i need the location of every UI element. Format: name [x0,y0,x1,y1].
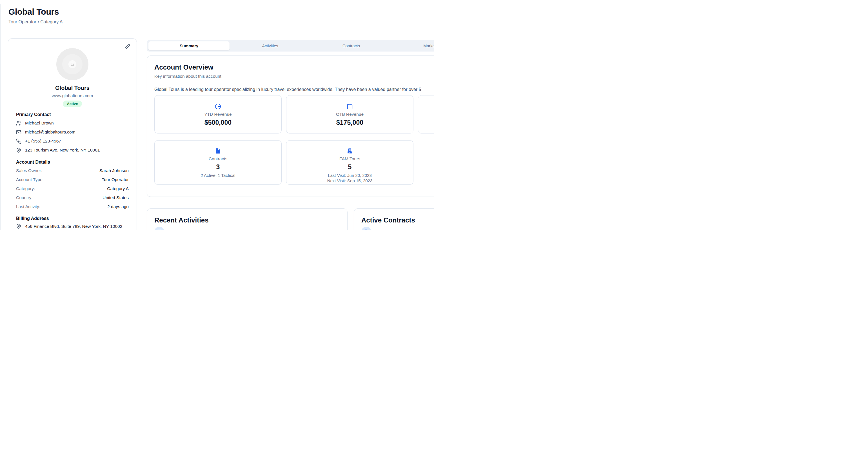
stats-grid: YTD Revenue $500,000 OTB Revenue $175,00… [154,95,434,185]
account-name: Global Tours [16,85,129,91]
mail-icon [154,227,164,230]
status-badge: Active [63,100,82,107]
stat-card-ytd-revenue: YTD Revenue $500,000 [154,95,282,133]
recent-activities-card: Recent Activities Summer Package Proposa… [147,208,347,230]
stat-label: FAM Tours [339,156,360,161]
avatar-placeholder-ring [62,54,83,74]
stat-card-contracts: Contracts 3 2 Active, 1 Tactical [154,140,282,185]
stat-card-partial [418,95,434,133]
file-text-icon [361,227,371,230]
billing-address: 456 Finance Blvd, Suite 789, New York, N… [25,224,122,229]
profile-card: Global Tours www.globaltours.com Active … [8,38,137,230]
stat-label: YTD Revenue [204,112,231,117]
stat-subtext: 2 Active, 1 Tactical [200,173,235,178]
recent-activities-title: Recent Activities [154,216,340,224]
contact-email: michael@globaltours.com [25,129,75,134]
detail-label: Last Activity: [16,204,40,209]
fam-last-visit: Last Visit: Jun 20, 2023 [327,173,373,178]
activity-item[interactable]: Summer Package Proposal [154,227,340,230]
overview-subtitle: Key information about this account [154,74,434,79]
overview-description: Global Tours is a leading tour operator … [154,86,434,93]
stat-label: Contracts [209,156,227,161]
building-icon [347,148,353,154]
billing-address-heading: Billing Address [16,216,129,221]
detail-row-last-activity: Last Activity: 2 days ago [16,204,129,210]
pie-chart-icon [215,103,221,110]
detail-value: Tour Operator [102,177,129,182]
users-icon [16,121,22,126]
stat-card-fam-tours: FAM Tours 5 Last Visit: Jun 20, 2023 Nex… [286,140,413,185]
detail-row-account-type: Account Type: Tour Operator [16,177,129,183]
overview-title: Account Overview [154,63,434,71]
page-left-divider [0,4,1,230]
detail-label: Country: [16,195,33,200]
page-title: Global Tours [8,7,63,17]
active-contracts-title: Active Contracts [361,216,434,224]
account-details-heading: Account Details [16,160,129,165]
bottom-panels: Recent Activities Summer Package Proposa… [147,208,434,230]
tab-bar: Summary Activities Contracts Marketing [147,40,434,52]
tab-activities[interactable]: Activities [229,41,311,50]
tab-summary[interactable]: Summary [148,41,229,50]
detail-label: Category: [16,186,35,191]
stat-value: $175,000 [336,119,363,126]
stat-card-otb-revenue: OTB Revenue $175,000 [286,95,413,133]
main-column: Summary Activities Contracts Marketing A… [147,40,434,230]
tab-contracts[interactable]: Contracts [311,41,392,50]
detail-label: Account Type: [16,177,44,182]
contract-item-label: Annual Rate Agreement 2023 [375,229,434,230]
pencil-icon [124,44,130,50]
contact-address: 123 Tourism Ave, New York, NY 10001 [25,148,100,153]
contact-address-row: 123 Tourism Ave, New York, NY 10001 [16,147,129,153]
stat-value: $500,000 [205,119,231,126]
primary-contact-heading: Primary Contact [16,112,129,117]
detail-row-country: Country: United States [16,194,129,201]
tab-marketing[interactable]: Marketing [392,41,434,50]
map-pin-icon [16,148,22,153]
detail-value: 2 days ago [107,204,129,209]
fam-next-visit: Next Visit: Sep 15, 2023 [327,178,373,183]
detail-value: Category A [107,186,129,191]
stat-value: 5 [348,163,352,171]
edit-account-button[interactable] [124,43,131,51]
contract-item[interactable]: Annual Rate Agreement 2023 [361,227,434,230]
broken-image-icon [71,63,74,66]
activity-item-label: Summer Package Proposal [168,229,225,230]
detail-row-sales-owner: Sales Owner: Sarah Johnson [16,167,129,174]
account-website-link[interactable]: www.globaltours.com [16,93,129,98]
avatar [56,48,88,80]
contact-phone-row: +1 (555) 123-4567 [16,138,129,145]
account-page: Global Tours Tour Operator • Category A … [0,0,434,230]
detail-value: United States [102,195,129,200]
page-subtitle: Tour Operator • Category A [8,20,63,25]
active-contracts-card: Active Contracts Annual Rate Agreement 2… [354,208,434,230]
contact-phone: +1 (555) 123-4567 [25,139,61,144]
contact-name: Michael Brown [25,121,54,126]
mail-icon [16,129,22,135]
page-header: Global Tours Tour Operator • Category A [8,7,63,25]
calendar-icon [347,103,353,110]
detail-label: Sales Owner: [16,168,42,173]
file-text-icon [215,148,221,154]
detail-row-category: Category: Category A [16,186,129,192]
stat-value: 3 [216,163,220,171]
stat-label: OTB Revenue [336,112,364,117]
stat-subtext: Last Visit: Jun 20, 2023 Next Visit: Sep… [327,173,373,183]
account-overview-card: Account Overview Key information about t… [147,56,434,197]
detail-value: Sarah Johnson [99,168,129,173]
map-pin-icon [16,224,22,229]
phone-icon [16,139,22,144]
contact-email-row: michael@globaltours.com [16,129,129,135]
billing-address-row: 456 Finance Blvd, Suite 789, New York, N… [16,224,129,229]
contact-name-row: Michael Brown [16,120,129,126]
